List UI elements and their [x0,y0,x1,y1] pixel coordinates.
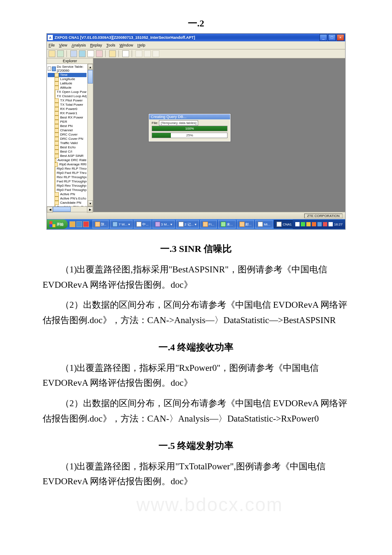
menu-file[interactable]: File [49,43,55,47]
scroll-right-icon[interactable]: ▶ [87,207,93,213]
window-title: ZXPOS CNA1 [V7.01.03.0309A3][Z20080713_1… [55,35,320,40]
vertical-scrollbar[interactable]: ▲ ▼ [87,64,93,206]
tree-item[interactable]: DRC Cover PN [48,137,86,141]
tray-icon[interactable] [323,222,327,226]
taskbar-item[interactable]: 邮... [237,220,254,228]
tree-item[interactable]: Traffic Valid [48,141,86,145]
close-button[interactable]: × [337,34,344,41]
taskbar-item[interactable]: 2 记... ▾ [176,220,199,228]
maximize-button[interactable]: □ [328,34,336,41]
file-icon [55,103,59,107]
file-icon [55,197,59,201]
toolbar-misc-icon[interactable] [153,50,159,57]
toolbar-misc-icon[interactable] [144,50,151,57]
tree-item[interactable]: Best PN [48,124,86,128]
taskbar-item[interactable]: 未... [218,220,236,228]
tree-root-node[interactable]: - Do Service Table: [Z20080 [48,65,86,72]
menu-window[interactable]: Window [119,43,133,47]
tray-icon[interactable] [312,222,316,226]
taskbar-item[interactable]: Fi... [200,220,217,228]
tree-item[interactable]: Candidate PN [48,201,86,205]
taskbar-item[interactable]: 7 W... ▾ [110,220,133,228]
scroll-up-icon[interactable]: ▲ [88,64,93,70]
menu-replay[interactable]: Replay [90,43,102,47]
scroll-thumb[interactable] [53,207,71,212]
tree-item[interactable]: Rev RLP Throughput N [48,175,86,179]
tray-icon[interactable] [329,222,333,226]
taskbar-item[interactable]: 3 M... ▾ [153,220,175,228]
tool-bar [47,49,345,58]
toolbar-separator [105,50,107,57]
taskbar-item-label: 未... [227,222,233,227]
toolbar-doc-icon[interactable] [122,50,129,57]
tree-item[interactable]: Best Ec/Io [48,145,86,150]
explorer-tree[interactable]: - Do Service Table: [Z20080 TimeLongitud… [47,64,87,206]
taskbar-item[interactable]: 陕.. [92,220,109,228]
toolbar-grid-icon[interactable] [87,50,94,57]
menu-bar: File View Analysis Replay Tools Window H… [47,41,345,49]
quicklaunch-icon[interactable] [76,221,82,227]
collapse-icon[interactable]: - [48,66,51,71]
start-button[interactable]: 开始 [47,220,68,229]
toolbar-misc-icon[interactable] [135,50,142,57]
scroll-thumb[interactable] [88,70,93,84]
tree-item[interactable]: DRC Cover [48,133,86,137]
scroll-down-icon[interactable]: ▼ [88,200,93,206]
tree-item[interactable]: Active PN [48,192,86,197]
tree-item-label: Channel [60,128,73,133]
horizontal-scrollbar[interactable]: ◀ ▶ [47,206,93,212]
tree-item[interactable]: TX Closed Loop Adjust [48,94,86,98]
quicklaunch-icon[interactable] [83,221,89,227]
app-icon: A [48,35,53,40]
tree-item-label: Traffic Valid [60,141,78,145]
tree-item[interactable]: Best RX Power [48,116,86,120]
tree-item[interactable]: Rlp0 Fwd RLP Through [48,171,86,175]
tree-item[interactable]: TX Pilot Power [48,98,86,103]
tree-item[interactable]: PER [48,120,86,124]
tree-item[interactable]: Rlp0 Rev Throughput [48,184,86,188]
tree-item[interactable]: Average DRC Rate [48,158,86,162]
tree-item[interactable]: Altitude [48,86,86,90]
tree-item[interactable]: Best ASP SINR [48,154,86,158]
toolbar-folder-icon[interactable] [109,50,116,57]
menu-tools[interactable]: Tools [106,43,115,47]
tree-item[interactable]: TX Open Loop Power [48,90,86,94]
taskbar-item[interactable]: CNA1 [274,220,293,228]
toolbar-save-icon[interactable] [57,50,64,57]
file-icon [55,81,59,86]
system-tray[interactable]: 16:27 [293,220,345,229]
toolbar-chart-icon[interactable] [96,50,103,57]
tree-item[interactable]: Candidate PN's Ec/Io [48,205,86,206]
tree-item[interactable]: Rlp0 Average RRI [48,162,86,167]
tree-item[interactable]: Longitude [48,77,86,81]
tray-icon[interactable] [306,222,311,226]
tree-item[interactable]: Best C/I [48,150,86,154]
toolbar-open-icon[interactable] [49,50,55,57]
tree-item[interactable]: RX Power1 [48,111,86,116]
tree-item[interactable]: Latitude [48,81,86,86]
tree-item[interactable]: Channel [48,128,86,133]
quicklaunch-icon[interactable] [69,221,75,227]
tray-icon[interactable] [295,222,300,226]
taskbar-item-label: Fi... [209,223,214,226]
tree-item[interactable]: Time [48,73,86,77]
tree-item[interactable]: RX Power0 [48,107,86,111]
section-1-3-heading: 一.3 SINR 信噪比 [43,243,349,255]
tree-item[interactable]: Rlp0 Rev RLP Through [48,167,86,171]
scroll-left-icon[interactable]: ◀ [47,207,53,213]
tray-icon[interactable] [301,222,305,226]
tree-item[interactable]: TX Total Power [48,103,86,107]
toolbar-nav-icon[interactable] [70,50,77,57]
taskbar-item[interactable]: 中... [134,220,151,228]
menu-help[interactable]: Help [137,43,145,47]
toolbar-globe-icon[interactable] [79,50,86,57]
tree-item[interactable]: Active PN's Ec/Io [48,197,86,201]
progress-bar-2: 25% [152,133,228,138]
tree-item[interactable]: Rlp0 Fwd Throughput [48,188,86,192]
menu-analysis[interactable]: Analysis [72,43,86,47]
tray-icon[interactable] [317,222,322,226]
tree-item[interactable]: Fwd RLP Throughput N [48,179,86,184]
taskbar-item[interactable]: Mi... [255,220,273,228]
minimize-button[interactable]: _ [320,34,327,41]
menu-view[interactable]: View [59,43,67,47]
